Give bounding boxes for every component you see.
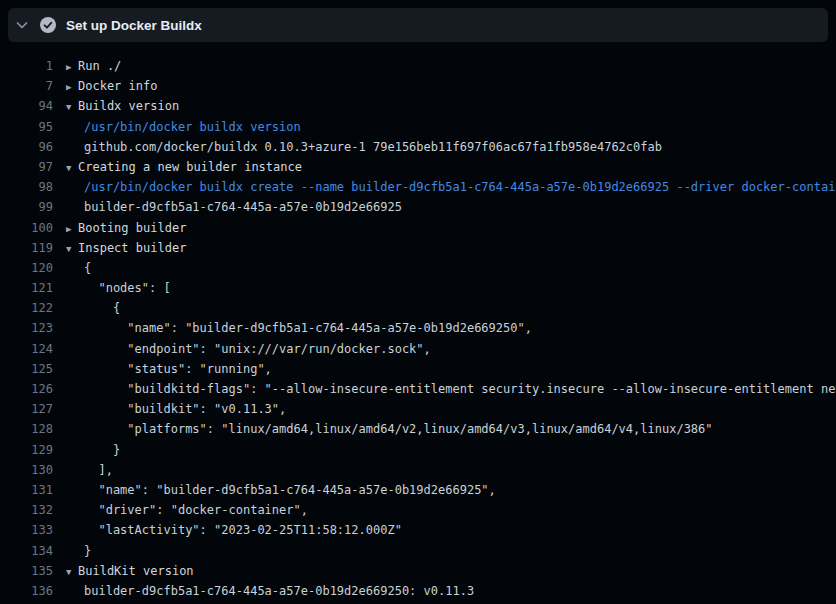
log-line: 121 "nodes": [ bbox=[0, 278, 836, 298]
line-text: { bbox=[84, 261, 91, 275]
line-number[interactable]: 7 bbox=[0, 76, 53, 96]
log-line: 99 builder-d9cfb5a1-c764-445a-a57e-0b19d… bbox=[0, 197, 836, 217]
line-number[interactable]: 123 bbox=[0, 318, 53, 338]
line-number[interactable]: 126 bbox=[0, 379, 53, 399]
log-group-header[interactable]: 100 ▶Booting builder bbox=[0, 218, 836, 238]
line-content: "platforms": "linux/amd64,linux/amd64/v2… bbox=[66, 419, 713, 439]
line-content: { bbox=[66, 298, 120, 318]
line-number[interactable]: 99 bbox=[0, 197, 53, 217]
log-group-header[interactable]: 7 ▶Docker info bbox=[0, 76, 836, 96]
group-toggle-icon: ▼ bbox=[66, 97, 78, 117]
line-content: "driver": "docker-container", bbox=[66, 500, 308, 520]
line-text: /usr/bin/docker buildx version bbox=[84, 120, 301, 134]
log-line: 131 "name": "builder-d9cfb5a1-c764-445a-… bbox=[0, 480, 836, 500]
line-content: "lastActivity": "2023-02-25T11:58:12.000… bbox=[66, 520, 402, 540]
group-toggle-icon: ▶ bbox=[66, 219, 78, 239]
line-text: Creating a new builder instance bbox=[78, 160, 302, 174]
line-content: "buildkitd-flags": "--allow-insecure-ent… bbox=[66, 379, 836, 399]
log-group-header[interactable]: 97 ▼Creating a new builder instance bbox=[0, 157, 836, 177]
log-line: 129 } bbox=[0, 440, 836, 460]
line-content: "name": "builder-d9cfb5a1-c764-445a-a57e… bbox=[66, 480, 496, 500]
line-number[interactable]: 135 bbox=[0, 561, 53, 581]
line-text: } bbox=[84, 443, 120, 457]
log-line: 128 "platforms": "linux/amd64,linux/amd6… bbox=[0, 419, 836, 439]
line-text: ], bbox=[84, 463, 113, 477]
line-number[interactable]: 128 bbox=[0, 419, 53, 439]
line-number[interactable]: 121 bbox=[0, 278, 53, 298]
line-text: Docker info bbox=[78, 79, 157, 93]
line-number[interactable]: 98 bbox=[0, 177, 53, 197]
line-number[interactable]: 133 bbox=[0, 520, 53, 540]
line-number[interactable]: 95 bbox=[0, 117, 53, 137]
log-group-header[interactable]: 119 ▼Inspect builder bbox=[0, 238, 836, 258]
log-group-header[interactable]: 94 ▼Buildx version bbox=[0, 96, 836, 116]
line-text: "buildkitd-flags": "--allow-insecure-ent… bbox=[84, 382, 836, 396]
log-line: 133 "lastActivity": "2023-02-25T11:58:12… bbox=[0, 520, 836, 540]
line-number[interactable]: 122 bbox=[0, 298, 53, 318]
group-toggle-icon: ▶ bbox=[66, 57, 78, 77]
line-text: "nodes": [ bbox=[84, 281, 171, 295]
line-number[interactable]: 125 bbox=[0, 359, 53, 379]
line-text: /usr/bin/docker buildx create --name bui… bbox=[84, 180, 836, 194]
line-text: "status": "running", bbox=[84, 362, 272, 376]
line-number[interactable]: 100 bbox=[0, 218, 53, 238]
line-number[interactable]: 131 bbox=[0, 480, 53, 500]
line-text: Booting builder bbox=[78, 221, 186, 235]
line-text: Run ./ bbox=[78, 59, 121, 73]
line-content[interactable]: ▶Booting builder bbox=[66, 218, 186, 239]
line-content: /usr/bin/docker buildx create --name bui… bbox=[66, 177, 836, 197]
log-lines: 1 ▶Run ./ 7 ▶Docker info 94 ▼Buildx vers… bbox=[0, 56, 836, 601]
line-number[interactable]: 132 bbox=[0, 500, 53, 520]
line-number[interactable]: 134 bbox=[0, 541, 53, 561]
line-text: github.com/docker/buildx 0.10.3+azure-1 … bbox=[84, 140, 662, 154]
line-content: "status": "running", bbox=[66, 359, 272, 379]
line-content: } bbox=[66, 541, 91, 561]
line-content: /usr/bin/docker buildx version bbox=[66, 117, 301, 137]
line-text: "driver": "docker-container", bbox=[84, 503, 308, 517]
log-line: 127 "buildkit": "v0.11.3", bbox=[0, 399, 836, 419]
line-number[interactable]: 129 bbox=[0, 440, 53, 460]
line-content: "endpoint": "unix:///var/run/docker.sock… bbox=[66, 339, 431, 359]
line-content[interactable]: ▶Docker info bbox=[66, 76, 157, 97]
log-line: 134 } bbox=[0, 541, 836, 561]
line-content: "nodes": [ bbox=[66, 278, 171, 298]
line-text: } bbox=[84, 544, 91, 558]
line-number[interactable]: 124 bbox=[0, 339, 53, 359]
line-content: "name": "builder-d9cfb5a1-c764-445a-a57e… bbox=[66, 318, 532, 338]
log-line: 95 /usr/bin/docker buildx version bbox=[0, 117, 836, 137]
step-header[interactable]: Set up Docker Buildx bbox=[8, 8, 828, 42]
line-text: "platforms": "linux/amd64,linux/amd64/v2… bbox=[84, 422, 713, 436]
line-content[interactable]: ▼Inspect builder bbox=[66, 238, 186, 259]
chevron-down-icon[interactable] bbox=[14, 17, 30, 33]
line-text: "endpoint": "unix:///var/run/docker.sock… bbox=[84, 342, 431, 356]
line-number[interactable]: 127 bbox=[0, 399, 53, 419]
line-number[interactable]: 130 bbox=[0, 460, 53, 480]
line-content[interactable]: ▼Creating a new builder instance bbox=[66, 157, 302, 178]
log-group-header[interactable]: 1 ▶Run ./ bbox=[0, 56, 836, 76]
line-text: "name": "builder-d9cfb5a1-c764-445a-a57e… bbox=[84, 321, 532, 335]
line-content[interactable]: ▼BuildKit version bbox=[66, 561, 194, 582]
log-line: 120 { bbox=[0, 258, 836, 278]
group-toggle-icon: ▶ bbox=[66, 77, 78, 97]
line-content[interactable]: ▼Buildx version bbox=[66, 96, 179, 117]
line-content: "buildkit": "v0.11.3", bbox=[66, 399, 286, 419]
line-content: ], bbox=[66, 460, 113, 480]
log-group-header[interactable]: 135 ▼BuildKit version bbox=[0, 561, 836, 581]
line-number[interactable]: 136 bbox=[0, 581, 53, 601]
line-number[interactable]: 119 bbox=[0, 238, 53, 258]
group-toggle-icon: ▼ bbox=[66, 562, 78, 582]
line-content: builder-d9cfb5a1-c764-445a-a57e-0b19d2e6… bbox=[66, 581, 474, 601]
log-line: 96 github.com/docker/buildx 0.10.3+azure… bbox=[0, 137, 836, 157]
line-number[interactable]: 97 bbox=[0, 157, 53, 177]
line-number[interactable]: 96 bbox=[0, 137, 53, 157]
line-content[interactable]: ▶Run ./ bbox=[66, 56, 121, 77]
step-title: Set up Docker Buildx bbox=[66, 18, 202, 33]
line-text: Buildx version bbox=[78, 99, 179, 113]
log-line: 136 builder-d9cfb5a1-c764-445a-a57e-0b19… bbox=[0, 581, 836, 601]
line-number[interactable]: 1 bbox=[0, 56, 53, 76]
check-circle-icon bbox=[40, 17, 56, 33]
line-number[interactable]: 94 bbox=[0, 96, 53, 116]
line-number[interactable]: 120 bbox=[0, 258, 53, 278]
line-text: BuildKit version bbox=[78, 564, 194, 578]
log-line: 122 { bbox=[0, 298, 836, 318]
